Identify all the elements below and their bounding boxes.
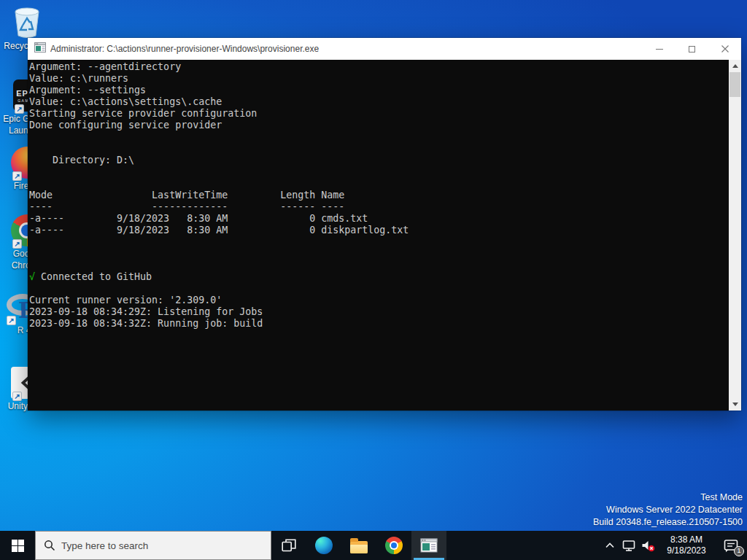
tray-show-hidden-button[interactable] [601, 531, 619, 560]
window-title: Administrator: C:\actions\runner-provisi… [50, 44, 643, 54]
minimize-button[interactable] [643, 38, 676, 60]
taskbar-file-explorer-button[interactable] [341, 531, 376, 560]
tray-network-button[interactable] [619, 531, 638, 560]
console-scrollbar[interactable] [729, 60, 741, 411]
minimize-icon [656, 49, 663, 50]
desktop: Recycle Bin EPIC GAMES ↗ Epic Games Laun… [0, 0, 747, 560]
taskbar-search[interactable] [35, 531, 271, 560]
action-center-button[interactable]: 1 [715, 531, 747, 560]
notification-badge: 1 [734, 546, 744, 556]
file-explorer-icon [350, 541, 368, 553]
close-icon [721, 45, 729, 52]
window-titlebar[interactable]: Administrator: C:\actions\runner-provisi… [28, 38, 741, 60]
chevron-up-icon [605, 541, 615, 550]
console-body: Argument: --agentdirectoryValue: c:\runn… [28, 60, 741, 411]
console-app-icon [420, 537, 438, 553]
shortcut-arrow-icon: ↗ [15, 104, 24, 114]
maximize-icon [689, 46, 695, 52]
start-button[interactable] [0, 531, 35, 560]
close-button[interactable] [708, 38, 741, 60]
search-icon [44, 540, 55, 551]
shortcut-arrow-icon: ↗ [12, 239, 22, 249]
system-info: Test Mode Windows Server 2022 Datacenter… [593, 491, 743, 529]
task-view-icon [282, 539, 296, 552]
taskbar-console-button[interactable] [411, 531, 446, 560]
tray-volume-button[interactable] [638, 531, 658, 560]
console-app-icon [34, 42, 46, 56]
scroll-up-icon[interactable] [729, 60, 741, 72]
scroll-down-icon[interactable] [729, 398, 741, 411]
taskbar-chrome-button[interactable] [376, 531, 411, 560]
console-window: Administrator: C:\actions\runner-provisi… [28, 38, 741, 411]
recycle-bin-icon [12, 6, 42, 39]
task-view-button[interactable] [271, 531, 306, 560]
maximize-button[interactable] [676, 38, 708, 60]
system-info-build: Build 20348.fe_release.210507-1500 [593, 516, 743, 529]
system-tray: 8:38 AM 9/18/2023 1 [601, 531, 747, 560]
search-input[interactable] [55, 540, 271, 551]
volume-muted-icon [641, 540, 655, 552]
system-info-mode: Test Mode [593, 491, 743, 504]
clock-date: 9/18/2023 [667, 545, 705, 556]
console-output: Argument: --agentdirectoryValue: c:\runn… [28, 60, 729, 411]
system-info-edition: Windows Server 2022 Datacenter [593, 504, 743, 516]
shortcut-arrow-icon: ↗ [7, 316, 16, 325]
chrome-icon [385, 537, 403, 554]
taskbar: 8:38 AM 9/18/2023 1 [0, 531, 747, 560]
clock-time: 8:38 AM [670, 534, 703, 545]
windows-logo-icon [12, 540, 24, 552]
network-icon [622, 540, 635, 552]
scrollbar-thumb[interactable] [729, 72, 740, 97]
taskbar-edge-button[interactable] [306, 531, 341, 560]
edge-icon [315, 537, 333, 554]
shortcut-arrow-icon: ↗ [12, 392, 22, 401]
shortcut-arrow-icon: ↗ [12, 171, 22, 181]
tray-clock[interactable]: 8:38 AM 9/18/2023 [658, 531, 715, 560]
